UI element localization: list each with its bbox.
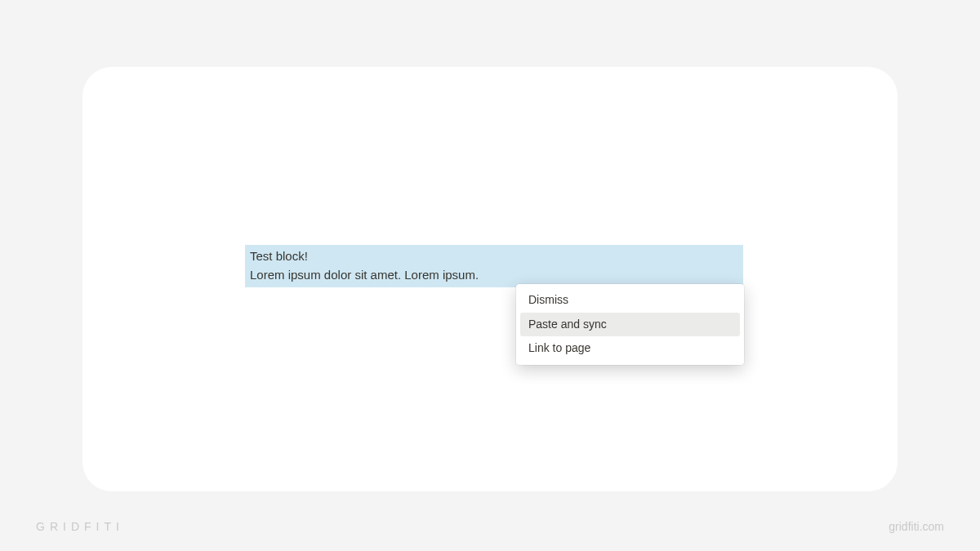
menu-item-label: Paste and sync <box>528 318 607 331</box>
menu-item-paste-and-sync[interactable]: Paste and sync <box>520 313 740 337</box>
block-line-2: Lorem ipsum dolor sit amet. Lorem ipsum. <box>250 266 738 285</box>
menu-item-dismiss[interactable]: Dismiss <box>520 288 740 313</box>
paste-context-menu: Dismiss Paste and sync Link to page <box>516 284 744 365</box>
menu-item-label: Dismiss <box>528 293 568 306</box>
watermark-url: gridfiti.com <box>889 520 944 533</box>
selected-text-block[interactable]: Test block! Lorem ipsum dolor sit amet. … <box>245 245 743 287</box>
menu-item-label: Link to page <box>528 341 590 354</box>
menu-item-link-to-page[interactable]: Link to page <box>520 336 740 361</box>
block-line-1: Test block! <box>250 247 738 266</box>
watermark-brand: GRIDFITI <box>36 520 124 533</box>
